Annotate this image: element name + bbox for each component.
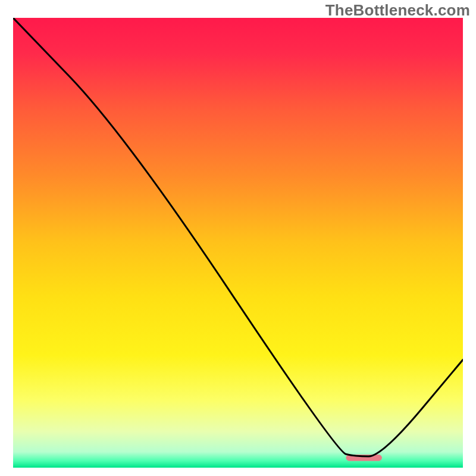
bottleneck-chart — [0, 0, 476, 476]
chart-container: TheBottleneck.com — [0, 0, 476, 476]
gradient-background — [13, 18, 463, 468]
watermark-text: TheBottleneck.com — [325, 1, 470, 20]
